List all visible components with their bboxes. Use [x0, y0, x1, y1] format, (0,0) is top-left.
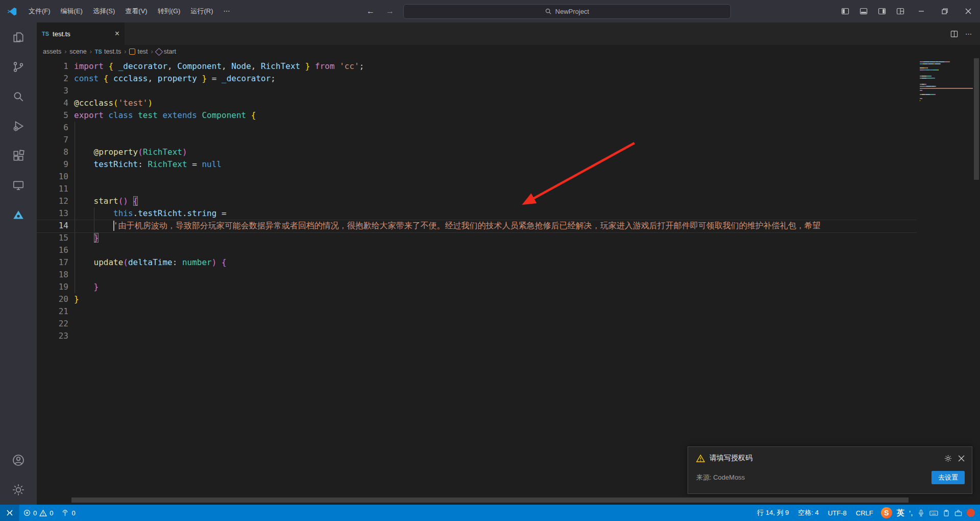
code-line[interactable]: 11	[37, 183, 980, 195]
breadcrumb-assets[interactable]: assets	[43, 48, 61, 55]
code-line[interactable]: 19 }	[37, 281, 980, 293]
code-area[interactable]: 1import { _decorator, Component, Node, R…	[37, 60, 980, 505]
line-number[interactable]: 10	[37, 171, 68, 183]
line-number[interactable]: 3	[37, 85, 68, 97]
code-line[interactable]: 20}	[37, 293, 980, 305]
ime-toolbox-icon[interactable]	[954, 509, 962, 516]
encoding-setting[interactable]: UTF-8	[823, 505, 851, 521]
notification-close-icon[interactable]	[958, 455, 965, 462]
notification-settings-gear-icon[interactable]	[944, 455, 952, 462]
eol-setting[interactable]: CRLF	[851, 505, 878, 521]
line-number[interactable]: 9	[37, 158, 68, 171]
line-number[interactable]: 12	[37, 195, 68, 207]
menu-selection[interactable]: 选择(S)	[88, 4, 120, 18]
menu-edit[interactable]: 编辑(E)	[56, 4, 88, 18]
menu-file[interactable]: 文件(F)	[23, 4, 56, 18]
line-number[interactable]: 7	[37, 134, 68, 146]
ime-language-toggle[interactable]: 英	[897, 508, 904, 518]
line-number[interactable]: 5	[37, 109, 68, 122]
code-line[interactable]: 4@ccclass('test')	[37, 97, 980, 109]
ime-clipboard-icon[interactable]	[943, 509, 950, 517]
menu-run[interactable]: 运行(R)	[185, 4, 218, 18]
ime-microphone-icon[interactable]	[917, 509, 925, 517]
line-number[interactable]: 11	[37, 183, 68, 195]
editor-more-actions-icon[interactable]: ⋯	[965, 30, 972, 38]
toggle-panel-icon[interactable]	[854, 0, 873, 22]
line-number[interactable]: 19	[37, 281, 68, 293]
menu-overflow[interactable]: ⋯	[218, 4, 235, 18]
ime-punctuation-toggle[interactable]: ’,	[909, 509, 913, 517]
horizontal-scrollbar-thumb[interactable]	[71, 498, 909, 503]
remote-explorer-icon[interactable]	[0, 171, 37, 200]
menu-go[interactable]: 转到(G)	[153, 4, 186, 18]
breadcrumb-class-test[interactable]: test	[129, 48, 148, 55]
menu-view[interactable]: 查看(V)	[120, 4, 152, 18]
code-line[interactable]: 23	[37, 330, 980, 342]
code-line[interactable]: 15 }	[37, 232, 980, 244]
run-debug-icon[interactable]	[0, 111, 37, 141]
code-line[interactable]: 17 update(deltaTime: number) {	[37, 256, 980, 269]
cocos-extension-icon[interactable]	[0, 200, 37, 230]
navigate-forward-button[interactable]: →	[383, 4, 397, 18]
line-number[interactable]: 20	[37, 293, 68, 305]
restore-button[interactable]	[933, 0, 957, 22]
code-line[interactable]: 2const { ccclass, property } = _decorato…	[37, 73, 980, 85]
code-line[interactable]: 5export class test extends Component {	[37, 109, 980, 122]
split-editor-icon[interactable]	[950, 30, 958, 38]
go-to-settings-button[interactable]: 去设置	[932, 471, 965, 484]
line-number[interactable]: 16	[37, 244, 68, 256]
line-number[interactable]: 15	[37, 232, 68, 244]
accounts-icon[interactable]	[0, 445, 37, 475]
code-line[interactable]: 12 start() {	[37, 195, 980, 207]
code-line[interactable]: 21	[37, 305, 980, 318]
problems-indicator[interactable]: 0 0	[19, 505, 57, 521]
line-number[interactable]: 6	[37, 122, 68, 134]
breadcrumb-method-start[interactable]: start	[156, 48, 176, 55]
explorer-icon[interactable]	[0, 22, 37, 52]
navigate-back-button[interactable]: ←	[363, 4, 378, 18]
code-line[interactable]: 9 testRicht: RichText = null	[37, 158, 980, 171]
tab-close-icon[interactable]: ×	[115, 30, 119, 38]
toggle-secondary-sidebar-icon[interactable]	[873, 0, 891, 22]
line-number[interactable]: 17	[37, 256, 68, 269]
settings-gear-icon[interactable]	[0, 475, 37, 505]
ime-keyboard-icon[interactable]	[929, 509, 938, 517]
line-number[interactable]: 22	[37, 318, 68, 330]
remote-indicator[interactable]	[0, 505, 19, 521]
vertical-scrollbar-thumb[interactable]	[974, 58, 979, 180]
code-line[interactable]: 13 this.testRicht.string =	[37, 207, 980, 220]
toggle-sidebar-icon[interactable]	[836, 0, 854, 22]
vertical-scrollbar[interactable]	[973, 58, 980, 505]
breadcrumb-scene[interactable]: scene	[69, 48, 86, 55]
source-control-icon[interactable]	[0, 52, 37, 82]
breadcrumb-file[interactable]: TStest.ts	[95, 48, 121, 55]
line-number[interactable]: 2	[37, 73, 68, 85]
line-number[interactable]: 21	[37, 305, 68, 318]
tab-test-ts[interactable]: TS test.ts ×	[37, 22, 125, 45]
code-line[interactable]: 6	[37, 122, 980, 134]
code-line[interactable]: 18	[37, 269, 980, 281]
code-line[interactable]: 16	[37, 244, 980, 256]
close-window-button[interactable]	[957, 0, 980, 22]
ports-indicator[interactable]: 0	[57, 505, 79, 521]
code-line[interactable]: 1import { _decorator, Component, Node, R…	[37, 60, 980, 73]
code-line[interactable]: 3	[37, 85, 980, 97]
code-line[interactable]: 14 '由于机房波动，导致部分玩家可能会数据异常或者回档的情况，很抱歉给大家带来…	[37, 220, 980, 232]
command-center-search[interactable]: NewProject	[403, 4, 731, 19]
editor[interactable]: 1import { _decorator, Component, Node, R…	[37, 58, 980, 505]
sogou-ime-logo[interactable]: S	[881, 507, 892, 518]
extensions-icon[interactable]	[0, 141, 37, 171]
cursor-position[interactable]: 行 14, 列 9	[752, 505, 793, 521]
line-number[interactable]: 14	[37, 220, 68, 232]
ime-skin-icon[interactable]	[967, 509, 975, 517]
line-number[interactable]: 13	[37, 207, 68, 220]
code-line[interactable]: 7	[37, 134, 980, 146]
code-line[interactable]: 22	[37, 318, 980, 330]
minimize-button[interactable]	[910, 0, 933, 22]
line-number[interactable]: 1	[37, 60, 68, 73]
line-number[interactable]: 18	[37, 269, 68, 281]
line-number[interactable]: 8	[37, 146, 68, 158]
minimap[interactable]	[917, 58, 973, 505]
customize-layout-icon[interactable]	[891, 0, 910, 22]
search-icon[interactable]	[0, 82, 37, 111]
